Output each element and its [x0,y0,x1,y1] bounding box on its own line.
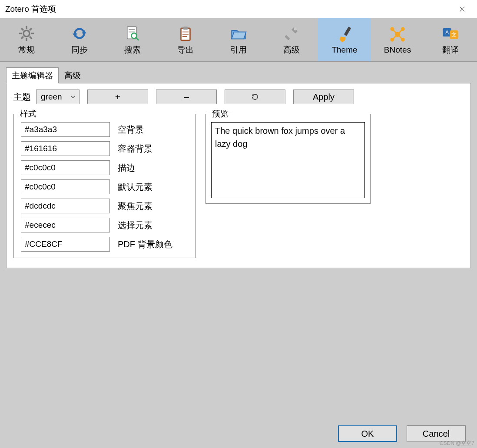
clipboard-icon [176,24,195,43]
subtab-advanced[interactable]: 高级 [59,67,86,83]
tab-label: 高级 [283,44,300,56]
preview-box: The quick brown fox jumps over a lazy do… [211,122,365,198]
styles-fieldset: 样式 空背景 容器背景 描边 默认元素 [13,114,196,258]
chevron-down-icon [70,94,76,100]
svg-line-30 [398,29,403,34]
tab-export[interactable]: 导出 [159,18,212,61]
preview-text: The quick brown fox jumps over a lazy do… [215,126,345,149]
style-label: 默认元素 [118,181,152,193]
style-row: 容器背景 [21,141,189,156]
style-label: 描边 [118,162,135,174]
tab-label: 引用 [230,44,247,56]
svg-point-22 [294,27,297,30]
svg-rect-21 [285,35,290,40]
style-row: 描边 [21,160,189,175]
tab-label: 同步 [71,44,88,56]
subtab-theme-editor[interactable]: 主题编辑器 [6,67,59,83]
style-input-stroke[interactable] [21,160,110,175]
style-row: PDF 背景颜色 [21,237,189,252]
style-input-empty-bg[interactable] [21,122,110,137]
svg-text:A: A [445,29,449,35]
tab-theme[interactable]: Theme [318,18,371,61]
style-input-select-element[interactable] [21,218,110,232]
svg-line-8 [21,37,23,39]
window-title: Zotero 首选项 [5,3,453,15]
editor-columns: 样式 空背景 容器背景 描边 默认元素 [13,114,464,258]
svg-line-7 [30,28,32,30]
apply-button[interactable]: Apply [293,90,354,104]
style-row: 选择元素 [21,218,189,232]
tab-bnotes[interactable]: BNotes [371,18,424,61]
svg-line-32 [398,34,403,40]
translate-icon: A文 [441,24,460,43]
network-icon [388,25,407,43]
svg-rect-17 [183,27,188,30]
svg-text:文: 文 [451,32,457,38]
folder-open-icon [229,24,248,43]
tab-label: 导出 [177,44,194,56]
style-label: 空背景 [118,124,144,136]
watermark: CSDN @空空7 [440,440,474,447]
preview-fieldset: 预览 The quick brown fox jumps over a lazy… [205,114,371,204]
theme-label: 主题 [13,91,31,103]
tab-label: 翻译 [442,44,459,56]
style-label: 容器背景 [118,143,152,155]
theme-select-value: green [41,92,62,102]
tab-label: BNotes [384,45,411,55]
tab-search[interactable]: 搜索 [106,18,159,61]
styles-legend: 样式 [18,108,38,119]
style-input-pdf-bg[interactable] [21,237,110,252]
remove-theme-button[interactable]: – [156,90,217,104]
tab-sync[interactable]: 同步 [53,18,106,61]
svg-line-15 [136,37,139,40]
tab-general[interactable]: 常规 [0,18,53,61]
style-input-container-bg[interactable] [21,141,110,156]
subtabs: 主题编辑器 高级 [6,68,473,83]
add-theme-button[interactable]: + [87,90,148,104]
style-label: PDF 背景颜色 [118,239,172,250]
brush-icon [335,25,354,43]
theme-select[interactable]: green [36,90,80,104]
titlebar: Zotero 首选项 [0,0,477,18]
theme-editor-panel: 主题 green + – Apply 样式 空背景 容器背景 [6,83,471,268]
tab-translate[interactable]: A文 翻译 [424,18,477,61]
style-row: 聚焦元素 [21,199,189,213]
svg-line-31 [392,34,398,40]
style-input-default-element[interactable] [21,179,110,194]
tab-label: 常规 [18,44,35,56]
svg-line-29 [392,29,398,34]
preferences-toolbar: 常规 同步 搜索 导出 引用 高级 Theme BNotes A文 翻译 [0,18,477,62]
svg-point-0 [23,30,30,37]
close-icon [459,6,465,12]
tab-advanced[interactable]: 高级 [265,18,318,61]
svg-line-5 [21,28,23,30]
gear-icon [17,24,36,43]
style-input-focus-element[interactable] [21,199,110,213]
search-doc-icon [123,24,142,43]
tab-label: Theme [331,45,357,55]
tab-label: 搜索 [124,44,141,56]
style-label: 聚焦元素 [118,200,152,212]
svg-rect-23 [344,27,351,36]
theme-controls-row: 主题 green + – Apply [13,90,464,104]
refresh-theme-button[interactable] [225,90,285,104]
style-row: 默认元素 [21,179,189,194]
tools-icon [282,24,301,43]
style-label: 选择元素 [118,219,152,231]
refresh-icon [251,93,259,101]
tab-cite[interactable]: 引用 [212,18,265,61]
sync-icon [70,24,89,43]
close-button[interactable] [453,0,472,18]
style-row: 空背景 [21,122,189,137]
ok-button[interactable]: OK [338,425,397,442]
preview-legend: 预览 [210,108,230,119]
svg-line-6 [30,37,32,39]
